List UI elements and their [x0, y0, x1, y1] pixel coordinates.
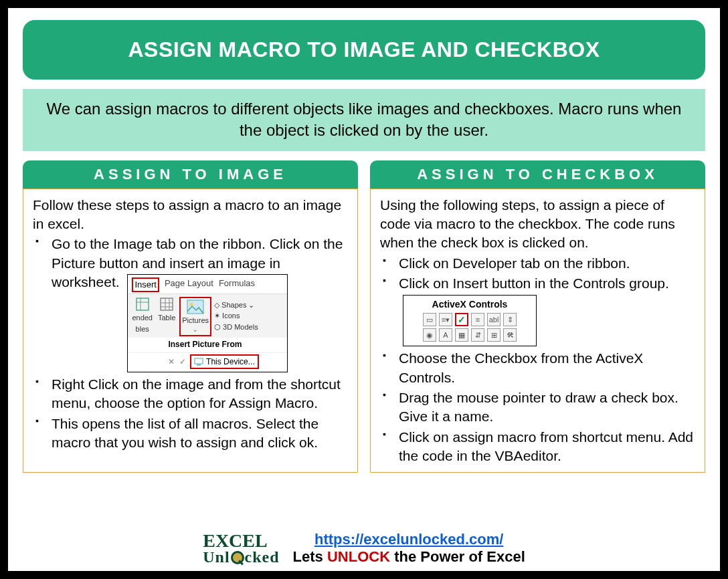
scrollbar-icon: ⇕ [503, 313, 517, 326]
col-checkbox: ASSIGN TO CHECKBOX Using the following s… [370, 160, 705, 473]
insert-from-label: Insert Picture From [128, 338, 287, 352]
logo-line1: EXCEL [203, 533, 279, 549]
checkbox-step-2-text: Click on Insert button in the Controls g… [399, 275, 669, 291]
svg-rect-8 [187, 300, 203, 314]
opt-icons: ✶ Icons [214, 310, 258, 322]
svg-rect-3 [161, 298, 173, 310]
activex-icons-row2: ◉ A ▦ ⇵ ⊞ 🛠 [407, 328, 532, 342]
ribbon-tabs: Insert Page Layout Formulas [128, 275, 287, 294]
listbox-icon: ≡ [471, 313, 484, 326]
svg-rect-0 [136, 298, 149, 310]
grp-pictures: Pictures ⌄ [179, 297, 211, 336]
page: ASSIGN MACRO TO IMAGE AND CHECKBOX We ca… [8, 8, 720, 571]
label-pictures: Pictures [182, 316, 209, 326]
intro-text: We can assign macros to different object… [23, 89, 705, 151]
opt-3d: ⬡ 3D Models [214, 322, 258, 333]
more-icon: 🛠 [503, 328, 517, 342]
logo: EXCEL Unlcked [203, 533, 279, 564]
checkbox-step-1: Click on Developer tab on the ribbon. [395, 254, 695, 273]
label-icon: A [439, 328, 452, 342]
tab-formulas: Formulas [219, 277, 255, 292]
activex-icons-row1: ▭ ≡▾ ✓ ≡ abl ⇕ [407, 313, 532, 326]
col-image-header: ASSIGN TO IMAGE [23, 160, 358, 189]
tab-insert: Insert [132, 277, 159, 292]
side-options: ◇ Shapes ⌄ ✶ Icons ⬡ 3D Models [214, 297, 258, 333]
svg-point-9 [190, 302, 193, 306]
image-step-2: Right Click on the image and from the sh… [48, 375, 348, 413]
svg-rect-11 [197, 364, 201, 366]
option-icon: ◉ [423, 328, 436, 342]
columns: ASSIGN TO IMAGE Follow these steps to as… [23, 160, 705, 473]
magnifier-icon [231, 551, 244, 564]
label-table: Table [158, 313, 175, 323]
device-icon [194, 358, 203, 366]
spin-icon: ⇵ [471, 328, 484, 342]
image-icon: ▦ [455, 328, 468, 342]
pivot-icon [135, 297, 150, 312]
toggle-icon: ⊞ [487, 328, 500, 342]
grp-pivot: ended bles [130, 297, 154, 334]
combo-icon: ≡▾ [439, 313, 452, 326]
tagline: Lets UNLOCK the Power of Excel [293, 548, 525, 566]
checkbox-step-4: Drag the mouse pointer to draw a check b… [395, 388, 695, 427]
logo-line2: Unlcked [203, 549, 279, 564]
svg-rect-10 [195, 358, 203, 364]
col-checkbox-lead: Using the following steps, to assign a p… [380, 196, 695, 253]
checkbox-step-3: Choose the Checkbox from the ActiveX Con… [395, 349, 695, 387]
checkbox-icon: ✓ [455, 313, 468, 326]
footer: EXCEL Unlcked https://excelunlocked.com/… [8, 531, 720, 566]
grp-table: Table [157, 297, 177, 323]
checkbox-step-5: Click on assign macro from shortcut menu… [395, 428, 695, 466]
activex-screenshot: ActiveX Controls ▭ ≡▾ ✓ ≡ abl ⇕ ◉ [403, 295, 537, 347]
label-ended: ended [132, 313, 153, 323]
col-checkbox-header: ASSIGN TO CHECKBOX [370, 160, 705, 189]
activex-title: ActiveX Controls [407, 298, 532, 311]
col-image-lead: Follow these steps to assign a macro to … [33, 196, 348, 234]
textbox-icon: abl [487, 313, 500, 326]
table-icon [159, 297, 174, 312]
footer-text: https://excelunlocked.com/ Lets UNLOCK t… [293, 531, 525, 566]
cmdbutton-icon: ▭ [423, 313, 436, 326]
pictures-icon [187, 300, 204, 314]
image-step-3: This opens the list of all macros. Selec… [48, 415, 348, 453]
tab-pagelayout: Page Layout [165, 277, 213, 292]
opt-shapes: ◇ Shapes ⌄ [214, 300, 258, 311]
image-step-1: Go to the Image tab on the ribbon. Click… [48, 235, 348, 374]
page-title: ASSIGN MACRO TO IMAGE AND CHECKBOX [23, 20, 705, 80]
checkbox-step-2: Click on Insert button in the Controls g… [395, 274, 695, 348]
col-image: ASSIGN TO IMAGE Follow these steps to as… [23, 160, 358, 473]
col-image-body: Follow these steps to assign a macro to … [23, 189, 358, 473]
col-checkbox-body: Using the following steps, to assign a p… [370, 189, 705, 473]
site-url[interactable]: https://excelunlocked.com/ [314, 531, 503, 548]
label-bles: bles [136, 324, 149, 334]
tagline-unlock: UNLOCK [327, 548, 390, 565]
excel-ribbon-screenshot: Insert Page Layout Formulas ended bles [127, 274, 288, 372]
ribbon-row: ended bles Table Pictures [128, 294, 287, 338]
this-device-option: This Device... [190, 354, 259, 369]
